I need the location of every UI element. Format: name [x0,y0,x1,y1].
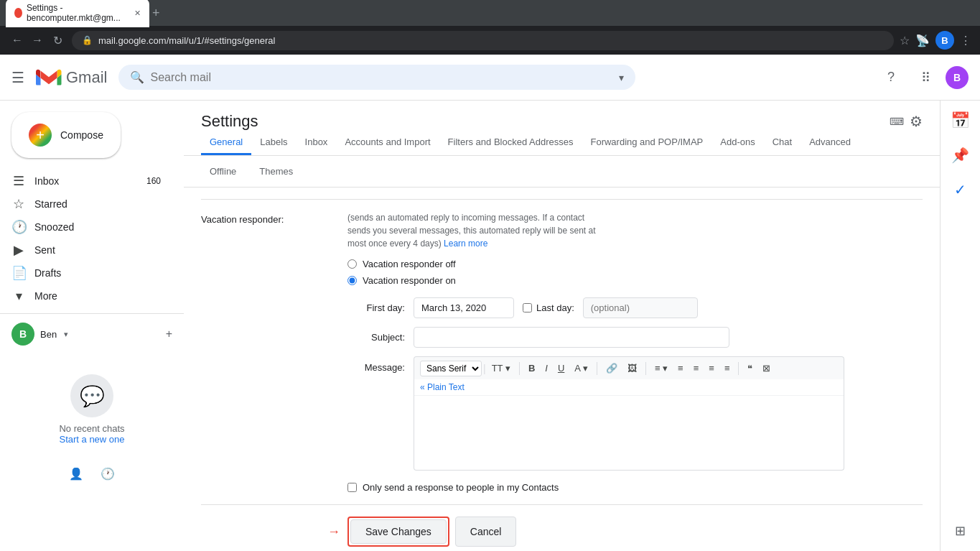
add-account-icon[interactable]: + [166,328,172,341]
vacation-responder-section: Vacation responder: (sends an automated … [201,211,923,504]
italic-btn[interactable]: I [541,360,552,376]
contacts-only-checkbox[interactable] [347,483,357,492]
radio-on-input[interactable] [347,276,357,285]
help-button[interactable]: ? [877,63,905,92]
search-icon: 🔍 [130,70,144,84]
tab-inbox[interactable]: Inbox [297,131,337,155]
image-btn[interactable]: 🖼 [623,360,641,376]
start-new-chat-link[interactable]: Start a new one [11,434,172,445]
save-changes-button[interactable]: Save Changes [350,519,447,544]
tab-title: Settings - bencomputer.mkt@gm... [27,3,130,23]
keep-icon[interactable]: 📌 [946,141,975,170]
gmail-logo: Gmail [36,65,107,91]
refresh-button[interactable]: ↻ [49,32,66,49]
save-btn-container: → Save Changes [347,517,449,547]
subject-input[interactable] [414,327,729,348]
browser-chrome: Settings - bencomputer.mkt@gm... ✕ + [0,0,980,26]
snoozed-icon: 🕐 [11,219,26,235]
search-bar[interactable]: 🔍 ▾ [118,65,635,90]
contacts-only-row: Only send a response to people in my Con… [347,482,923,493]
outdent-btn[interactable]: ≡ [720,360,734,376]
sub-tab-themes[interactable]: Themes [251,162,302,181]
sidebar-item-drafts[interactable]: 📄 Drafts [0,261,172,284]
last-day-input[interactable] [583,297,698,318]
quote-btn[interactable]: ❝ [743,360,757,376]
last-day-checkbox[interactable] [523,303,532,312]
tab-labels[interactable]: Labels [251,131,296,155]
tab-chat[interactable]: Chat [764,131,801,155]
more-menu-icon[interactable]: ⋮ [960,34,971,47]
account-item[interactable]: B Ben ▾ + [0,320,184,348]
person-icon[interactable]: 👤 [65,462,88,485]
save-btn-highlight: Save Changes [347,517,449,547]
bookmark-star-icon[interactable]: ☆ [900,34,910,47]
sidebar-item-snoozed[interactable]: 🕐 Snoozed [0,216,172,239]
link-btn[interactable]: 🔗 [602,360,622,376]
apps-button[interactable]: ⠿ [911,63,940,92]
sent-icon: ▶ [11,242,26,258]
tab-forwarding[interactable]: Forwarding and POP/IMAP [582,131,711,155]
contacts-only-label: Only send a response to people in my Con… [363,482,559,493]
starred-label: Starred [34,198,67,210]
font-color-btn[interactable]: A ▾ [570,360,592,376]
tab-addons[interactable]: Add-ons [711,131,763,155]
radio-off-label: Vacation responder off [363,259,456,269]
sidebar-item-inbox[interactable]: ☰ Inbox 160 [0,170,172,193]
vacation-responder-label: Vacation responder: [201,211,330,504]
radio-on-item[interactable]: Vacation responder on [347,275,923,286]
font-select[interactable]: Sans Serif [420,361,482,376]
snoozed-label: Snoozed [34,221,74,233]
expand-icon[interactable]: ⊞ [946,517,975,545]
settings-tabs: General Labels Inbox Accounts and Import… [184,131,940,156]
tab-accounts-import[interactable]: Accounts and Import [336,131,439,155]
search-dropdown-icon[interactable]: ▾ [619,72,624,83]
hamburger-menu-icon[interactable]: ☰ [11,69,24,86]
sidebar-item-starred[interactable]: ☆ Starred [0,193,172,216]
font-size-btn[interactable]: TT ▾ [487,360,515,376]
first-day-row: First day: Last day: [347,297,923,318]
bold-btn[interactable]: B [524,360,539,376]
account-dropdown-icon[interactable]: ▾ [64,330,68,339]
back-button[interactable]: ← [9,32,26,49]
message-row: Message: Sans Serif | TT ▾ B [347,356,923,471]
first-day-input[interactable] [414,297,514,318]
compose-button[interactable]: + Compose [11,112,121,158]
tab-filters[interactable]: Filters and Blocked Addresses [439,131,582,155]
align-btn[interactable]: ≡ ▾ [650,360,672,376]
calendar-icon[interactable]: 📅 [946,106,975,135]
chrome-user-avatar[interactable]: B [935,31,954,50]
cast-icon[interactable]: 📡 [915,34,930,47]
user-avatar[interactable]: B [946,66,969,89]
sidebar-item-sent[interactable]: ▶ Sent [0,239,172,261]
underline-btn[interactable]: U [554,360,569,376]
ol-btn[interactable]: ≡ [673,360,688,376]
tab-advanced[interactable]: Advanced [801,131,859,155]
search-input[interactable] [150,71,613,84]
gmail-m-icon [36,65,62,91]
last-day-checkbox-area: Last day: [523,302,574,313]
red-arrow-indicator: → [327,524,340,540]
sub-tab-offline[interactable]: Offline [201,162,245,181]
remove-format-btn[interactable]: ⊠ [758,360,775,376]
learn-more-link[interactable]: Learn more [444,239,487,249]
new-tab-button[interactable]: + [152,6,160,21]
tab-close-btn[interactable]: ✕ [134,9,141,18]
forward-button[interactable]: → [29,32,46,49]
clock-icon[interactable]: 🕐 [96,462,119,485]
message-textarea[interactable] [414,396,844,468]
cancel-button[interactable]: Cancel [455,517,517,547]
ul-btn[interactable]: ≡ [689,360,704,376]
section-divider [201,199,923,200]
tasks-icon[interactable]: ✓ [946,175,975,204]
active-tab[interactable]: Settings - bencomputer.mkt@gm... ✕ [6,0,149,27]
plain-text-link[interactable]: « Plain Text [414,379,844,396]
radio-off-item[interactable]: Vacation responder off [347,259,923,269]
indent-btn[interactable]: ≡ [704,360,719,376]
settings-gear-icon[interactable]: ⌨ ⚙ [890,113,923,130]
sub-tabs: Offline Themes [184,156,940,187]
tab-bar: Settings - bencomputer.mkt@gm... ✕ + [6,0,160,27]
tab-general[interactable]: General [201,131,251,155]
sidebar-item-more[interactable]: ▾ More [0,284,172,307]
radio-off-input[interactable] [347,259,357,269]
url-bar[interactable]: 🔒 mail.google.com/mail/u/1/#settings/gen… [72,31,894,50]
